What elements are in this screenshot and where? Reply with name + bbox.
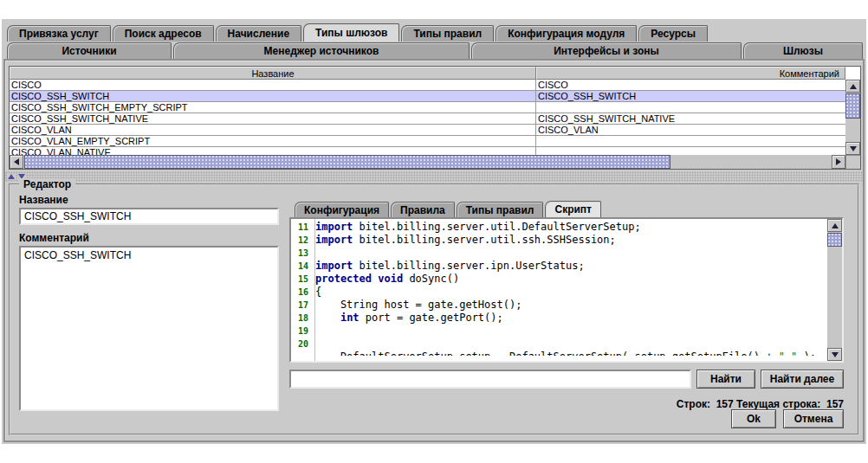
scroll-down-button[interactable] xyxy=(845,142,860,155)
scroll-left-button[interactable] xyxy=(10,155,23,169)
line-number: 14 xyxy=(291,260,308,273)
cell-comment: CISCO_SSH_SWITCH xyxy=(536,91,845,101)
table-row[interactable]: CISCO_SSH_SWITCHCISCO_SSH_SWITCH xyxy=(10,91,845,102)
code-line: 16{ xyxy=(291,286,827,299)
table-row[interactable]: CISCO_SSH_SWITCH_EMPTY_SCRIPT xyxy=(10,102,845,113)
column-header-comment[interactable]: Комментарий xyxy=(536,67,845,80)
section-tab[interactable]: Менеджер источников xyxy=(173,42,470,59)
arrow-up-icon xyxy=(832,223,839,228)
code-line: 19 xyxy=(291,325,827,338)
code-line: 12import bitel.billing.server.util.ssh.S… xyxy=(291,234,827,247)
cell-name: CISCO_VLAN_NATIVE xyxy=(10,147,536,155)
line-number: 11 xyxy=(291,221,308,234)
section-tab-bar: ИсточникиМенеджер источниковИнтерфейсы и… xyxy=(7,42,865,59)
editor-tab-bar: КонфигурацияПравилаТипы правилСкрипт xyxy=(295,201,844,217)
code-editor: 11import bitel.billing.server.util.Defau… xyxy=(289,217,844,363)
table-row[interactable]: CISCO_SSH_SWITCH_NATIVECISCO_SSH_SWITCH_… xyxy=(10,113,845,125)
code-text: import bitel.billing.server.ipn.UserStat… xyxy=(315,260,585,272)
cell-comment: CISCO xyxy=(536,80,845,90)
cell-comment xyxy=(536,102,845,113)
module-tab[interactable]: Типы правил xyxy=(401,25,494,42)
table-horizontal-scrollbar[interactable] xyxy=(10,155,845,169)
line-number: 19 xyxy=(291,325,308,338)
split-divider[interactable] xyxy=(5,171,863,182)
arrow-up-icon xyxy=(850,84,857,89)
table-row[interactable]: CISCO_VLAN_NATIVE xyxy=(10,147,845,155)
name-label: Название xyxy=(19,194,68,206)
lines-count-label: Строк: xyxy=(677,398,710,410)
scroll-right-button[interactable] xyxy=(832,155,845,169)
name-field[interactable] xyxy=(19,208,279,225)
table-row[interactable]: CISCO_VLANCISCO_VLAN xyxy=(10,125,845,136)
line-number: 13 xyxy=(291,247,308,260)
code-text: int port = gate.getPort(); xyxy=(315,312,503,324)
vertical-scrollbar-thumb[interactable] xyxy=(845,93,860,119)
triangle-up-icon xyxy=(8,174,15,179)
line-number: 15 xyxy=(291,273,308,286)
scroll-down-button[interactable] xyxy=(827,348,842,361)
code-viewport[interactable]: 11import bitel.billing.server.util.Defau… xyxy=(291,219,827,361)
table-row[interactable]: CISCOCISCO xyxy=(10,80,845,91)
comment-field[interactable]: CISCO_SSH_SWITCH xyxy=(19,246,279,411)
table-vertical-scrollbar[interactable] xyxy=(845,80,860,155)
code-text: protected void doSync() xyxy=(315,273,459,285)
code-line: 11import bitel.billing.server.util.Defau… xyxy=(291,221,827,234)
section-tab[interactable]: Интерфейсы и зоны xyxy=(471,42,742,59)
cell-comment xyxy=(536,147,845,155)
find-button[interactable]: Найти xyxy=(696,370,755,389)
code-line: 18 int port = gate.getPort(); xyxy=(291,312,827,325)
code-text: { xyxy=(315,286,321,298)
code-line: DefaultServerSetup setup = DefaultServer… xyxy=(291,350,827,356)
cell-name: CISCO_SSH_SWITCH xyxy=(10,91,536,101)
cancel-button[interactable]: Отмена xyxy=(783,409,844,428)
search-row: Найти Найти далее xyxy=(289,370,844,389)
section-tab[interactable]: Шлюзы xyxy=(743,42,863,59)
code-line: 13 xyxy=(291,247,827,260)
collapse-up-button[interactable] xyxy=(7,173,16,180)
cell-name: CISCO_VLAN xyxy=(10,125,536,135)
editor-tab[interactable]: Правила xyxy=(391,202,455,217)
vertical-scrollbar-thumb[interactable] xyxy=(827,233,842,247)
line-number: 17 xyxy=(291,299,308,312)
editor-panel-title: Редактор xyxy=(19,178,75,190)
editor-tab[interactable]: Скрипт xyxy=(545,201,601,217)
module-tab[interactable]: Ресурсы xyxy=(638,25,708,42)
editor-tab[interactable]: Типы правил xyxy=(457,202,544,217)
ok-button[interactable]: Ok xyxy=(731,409,776,428)
line-number: 20 xyxy=(291,338,308,350)
scroll-up-button[interactable] xyxy=(845,80,860,93)
scroll-up-button[interactable] xyxy=(827,219,842,232)
module-tab[interactable]: Поиск адресов xyxy=(113,25,214,42)
module-tab-bar: Привязка услугПоиск адресовНачислениеТип… xyxy=(7,24,865,42)
find-next-button[interactable]: Найти далее xyxy=(761,370,844,389)
scrollbar-corner xyxy=(845,155,860,169)
cell-name: CISCO_SSH_SWITCH_EMPTY_SCRIPT xyxy=(10,102,536,113)
script-area: КонфигурацияПравилаТипы правилСкрипт 11i… xyxy=(289,192,844,432)
module-tab[interactable]: Конфигурация модуля xyxy=(496,25,637,42)
table-row[interactable]: CISCO_VLAN_EMPTY_SCRIPT xyxy=(10,136,845,147)
search-input[interactable] xyxy=(289,370,691,389)
status-bar: Строк: 157 Текущая строка: 157 xyxy=(677,398,844,410)
horizontal-scrollbar-thumb[interactable] xyxy=(24,155,670,169)
tab-content: Название Комментарий CISCOCISCOCISCO_SSH… xyxy=(3,59,865,442)
code-text: import bitel.billing.server.util.ssh.SSH… xyxy=(315,234,616,246)
cell-comment: CISCO_SSH_SWITCH_NATIVE xyxy=(536,113,845,124)
module-tab[interactable]: Начисление xyxy=(216,25,302,42)
section-tab[interactable]: Источники xyxy=(7,42,172,59)
cell-comment xyxy=(536,136,845,146)
cell-name: CISCO_SSH_SWITCH_NATIVE xyxy=(10,113,536,124)
arrow-down-icon xyxy=(832,352,839,357)
module-tab[interactable]: Привязка услуг xyxy=(7,25,111,42)
arrow-down-icon xyxy=(850,146,857,151)
code-text: DefaultServerSetup setup = DefaultServer… xyxy=(315,350,816,356)
code-vertical-scrollbar[interactable] xyxy=(827,219,842,361)
line-number: 18 xyxy=(291,312,308,325)
column-header-name[interactable]: Название xyxy=(10,67,536,80)
lines-count-value: 157 xyxy=(716,398,734,410)
current-line-label: Текущая строка: xyxy=(736,398,820,410)
line-number: 12 xyxy=(291,234,308,247)
editor-tab[interactable]: Конфигурация xyxy=(295,202,389,217)
gateway-types-table: Название Комментарий CISCOCISCOCISCO_SSH… xyxy=(9,66,861,170)
module-tab[interactable]: Типы шлюзов xyxy=(303,23,399,42)
line-number: 16 xyxy=(291,286,308,299)
